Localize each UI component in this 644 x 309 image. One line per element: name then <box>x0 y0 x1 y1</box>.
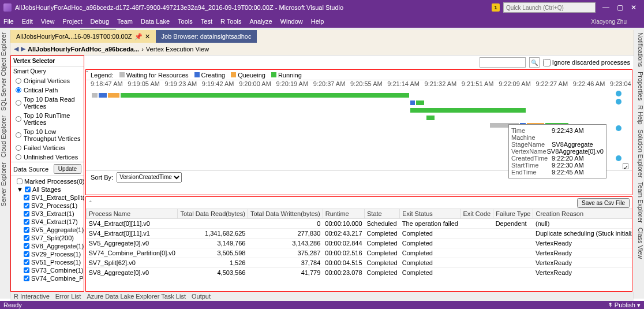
quick-launch-input[interactable] <box>503 2 596 13</box>
process-grid[interactable]: Process NameTotal Data Read(bytes)Total … <box>86 209 632 291</box>
cloud-explorer-tab[interactable]: Cloud Explorer <box>0 116 10 158</box>
pin-icon[interactable]: 📌 <box>134 33 143 40</box>
user-name[interactable]: Xiaoyong Zhu <box>591 18 627 25</box>
rhelp-tab[interactable]: R Help <box>634 105 644 125</box>
radio-top-10-low-throughput-vertices[interactable]: Top 10 Low Throughput Vertices <box>11 127 84 143</box>
table-row[interactable]: SV4_Extract[0][11].v0000:00:10.000Schedu… <box>87 219 632 229</box>
tab-jobbrowser[interactable]: Job Browser: datainsightsadhoc <box>156 30 257 43</box>
notification-badge[interactable]: 1 <box>492 3 500 12</box>
menu-datalake[interactable]: Data Lake <box>141 18 170 25</box>
radio-top-10-runtime-vertices[interactable]: Top 10 RunTime Vertices <box>11 111 84 127</box>
legend-creating: Creating <box>194 72 226 79</box>
menu-team[interactable]: Team <box>117 18 133 25</box>
menu-edit[interactable]: Edit <box>22 18 33 25</box>
breadcrumb-item2: Vertex Execution View <box>146 46 209 53</box>
stage-sv29-process-1-[interactable]: SV29_Process(1) <box>13 250 81 258</box>
collapse-icon[interactable]: ⌃ <box>85 70 89 76</box>
breadcrumb-item1[interactable]: AllJobsHourlyForAdHoc_a96bceda... <box>28 46 139 53</box>
col-exit-status[interactable]: Exit Status <box>400 209 460 219</box>
radio-critical-path[interactable]: Critical Path <box>11 85 84 95</box>
left-tool-well: SQL Server Object Explorer Cloud Explore… <box>0 30 10 299</box>
col-process-name[interactable]: Process Name <box>87 209 178 219</box>
radio-top-10-data-read-vertices[interactable]: Top 10 Data Read Vertices <box>11 95 84 111</box>
update-button[interactable]: Update <box>54 164 81 174</box>
menu-window[interactable]: Window <box>280 18 303 25</box>
col-state[interactable]: State <box>365 209 400 219</box>
table-row[interactable]: SV5_Aggregate[0].v03,149,7663,143,28600:… <box>87 239 632 248</box>
gantt-timescale: 9:18:47 AM9:19:05 AM9:19:23 AM9:19:42 AM… <box>86 80 632 90</box>
table-row[interactable]: SV4_Extract[0][11].v11,341,682,625277,83… <box>87 229 632 239</box>
stage-sv74-combine-partition-1-[interactable]: SV74_Combine_Partition(1) <box>13 274 81 282</box>
menu-tools[interactable]: Tools <box>178 18 193 25</box>
gantt-slider[interactable]: ✓ <box>612 91 628 169</box>
server-explorer-tab[interactable]: Server Explorer <box>0 162 10 206</box>
menu-help[interactable]: Help <box>311 18 324 25</box>
radio-original-vertices[interactable]: Original Vertices <box>11 76 84 85</box>
stage-sv51-process-1-[interactable]: SV51_Process(1) <box>13 258 81 266</box>
table-row[interactable]: SV7_Split[62].v01,52637,78400:00:04.515C… <box>87 258 632 268</box>
close-button[interactable]: ✕ <box>627 2 641 13</box>
gantt-body[interactable]: Time9:22:43 AM Machine StageNameSV8Aggre… <box>86 90 632 170</box>
stage-sv3-extract-1-[interactable]: SV3_Extract(1) <box>13 210 81 218</box>
col-exit-code[interactable]: Exit Code <box>460 209 493 219</box>
gantt-chart: ⌃ Legend: Waiting for ResourcesCreatingQ… <box>85 69 632 195</box>
minimize-button[interactable]: — <box>599 2 613 13</box>
col-creation-reason[interactable]: Creation Reason <box>533 209 632 219</box>
error-list-tab[interactable]: Error List <box>55 293 81 300</box>
menu-file[interactable]: File <box>3 18 14 25</box>
menu-analyze[interactable]: Analyze <box>249 18 272 25</box>
class-view-tab[interactable]: Class View <box>634 228 644 259</box>
col-total-data-read-bytes-[interactable]: Total Data Read(bytes) <box>178 209 248 219</box>
time-tick: 9:21:32 AM <box>425 80 457 87</box>
nav-back-icon[interactable]: ◀ <box>14 45 18 53</box>
search-input[interactable] <box>480 57 526 68</box>
marked-checkbox[interactable] <box>17 178 23 184</box>
menu-project[interactable]: Project <box>62 18 82 25</box>
stage-sv8-aggregate-1-[interactable]: SV8_Aggregate(1) <box>13 242 81 250</box>
stage-sv7-split-200-[interactable]: SV7_Split(200) <box>13 234 81 242</box>
sortby-dropdown[interactable]: VersionCreatedTime <box>117 172 182 183</box>
table-row[interactable]: SV8_Aggregate[0].v04,503,56641,77900:00:… <box>87 268 632 278</box>
stage-sv5-aggregate-1-[interactable]: SV5_Aggregate(1) <box>13 226 81 234</box>
allstages-checkbox[interactable] <box>25 187 31 192</box>
notifications-tab[interactable]: Notifications <box>634 32 644 67</box>
menu-rtools[interactable]: R Tools <box>220 18 241 25</box>
restore-button[interactable]: ▢ <box>613 2 627 13</box>
menu-view[interactable]: View <box>41 18 55 25</box>
close-tab-icon[interactable]: ✕ <box>145 33 150 40</box>
legend-label: Legend: <box>91 72 114 79</box>
properties-tab[interactable]: Properties <box>634 72 644 100</box>
team-explorer-tab[interactable]: Team Explorer <box>634 182 644 223</box>
ignore-discarded-checkbox[interactable]: Ignore discarded processes <box>543 59 630 66</box>
save-csv-button[interactable]: Save as Csv File <box>577 198 630 208</box>
col-failure-type[interactable]: Failure Type <box>493 209 533 219</box>
stage-sv4-extract-17-[interactable]: SV4_Extract(17) <box>13 218 81 226</box>
time-tick: 9:23:04 <box>610 80 631 87</box>
col-runtime[interactable]: Runtime <box>323 209 364 219</box>
tab-job[interactable]: AllJobsHourlyForA...16-09-19T00:00.00Z 📌… <box>10 30 156 43</box>
stage-sv73-combine-1-[interactable]: SV73_Combine(1) <box>13 266 81 274</box>
expand-table-icon[interactable]: ⌃ <box>88 200 93 206</box>
output-tab[interactable]: Output <box>192 293 211 300</box>
sql-explorer-tab[interactable]: SQL Server Object Explorer <box>0 32 10 111</box>
search-icon[interactable]: 🔍 <box>529 57 540 68</box>
adl-task-list-tab[interactable]: Azure Data Lake Explorer Task List <box>87 293 186 300</box>
publish-button[interactable]: ↟ Publish ▾ <box>608 301 641 309</box>
nav-fwd-icon[interactable]: ▶ <box>21 45 25 53</box>
stage-sv1-extract-split-1-[interactable]: SV1_Extract_Split(1) <box>13 193 81 202</box>
radio-unfinished-vertices[interactable]: Unfinished Vertices <box>11 152 84 162</box>
process-table-panel: ⌃ Save as Csv File Process NameTotal Dat… <box>85 196 632 292</box>
status-bar: Ready ↟ Publish ▾ <box>0 301 644 309</box>
solution-explorer-tab[interactable]: Solution Explorer <box>634 129 644 178</box>
tree-toggle-icon[interactable]: ▼ <box>17 186 23 193</box>
search-row: 🔍 Ignore discarded processes <box>84 55 634 69</box>
tab-job-label: AllJobsHourlyForA...16-09-19T00:00.00Z <box>16 33 132 40</box>
time-tick: 9:20:00 AM <box>239 80 271 87</box>
table-row[interactable]: SV74_Combine_Partition[0].v03,505,598375… <box>87 248 632 258</box>
r-interactive-tab[interactable]: R Interactive <box>14 293 50 300</box>
menu-debug[interactable]: Debug <box>91 18 109 25</box>
stage-sv2-process-1-[interactable]: SV2_Process(1) <box>13 202 81 210</box>
radio-failed-vertices[interactable]: Failed Vertices <box>11 143 84 152</box>
menu-test[interactable]: Test <box>201 18 212 25</box>
col-total-data-written-bytes-[interactable]: Total Data Written(bytes) <box>248 209 323 219</box>
